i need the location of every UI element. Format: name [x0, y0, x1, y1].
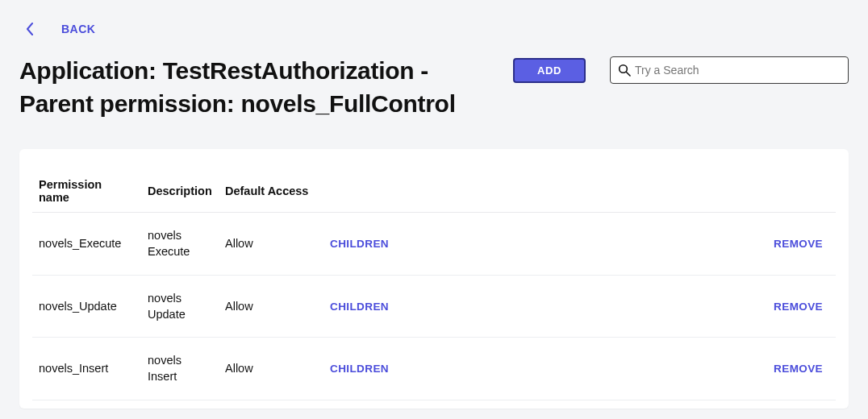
remove-button[interactable]: REMOVE	[774, 363, 823, 375]
col-header-remove	[763, 170, 836, 213]
permissions-card: Permission name Description Default Acce…	[19, 149, 849, 409]
header: Application: TestRestAuthorization - Par…	[19, 55, 849, 120]
table-row: novels_Execute novels Execute Allow CHIL…	[32, 213, 836, 276]
table-row: novels_Update novels Update Allow CHILDR…	[32, 275, 836, 338]
cell-access: Allow	[219, 213, 323, 276]
page-title: Application: TestRestAuthorization - Par…	[19, 55, 471, 120]
table-body: novels_Execute novels Execute Allow CHIL…	[32, 213, 836, 400]
col-header-children	[323, 170, 763, 213]
search-input[interactable]	[610, 56, 849, 84]
header-actions: ADD	[513, 55, 849, 84]
cell-access: Allow	[219, 275, 323, 338]
table-row: novels_Insert novels Insert Allow CHILDR…	[32, 338, 836, 400]
col-header-access: Default Access	[219, 170, 323, 213]
add-button[interactable]: ADD	[513, 58, 586, 83]
remove-button[interactable]: REMOVE	[774, 238, 823, 250]
back-button[interactable]: BACK	[61, 23, 95, 35]
col-header-name: Permission name	[32, 170, 141, 213]
cell-permission-name: novels_Insert	[32, 338, 141, 400]
cell-description: novels Execute	[141, 213, 219, 276]
back-nav: BACK	[19, 23, 849, 35]
permissions-table: Permission name Description Default Acce…	[32, 170, 836, 400]
cell-access: Allow	[219, 338, 323, 400]
remove-button[interactable]: REMOVE	[774, 301, 823, 313]
children-button[interactable]: CHILDREN	[330, 301, 389, 313]
page-root: BACK Application: TestRestAuthorization …	[0, 0, 868, 409]
cell-description: novels Update	[141, 275, 219, 338]
cell-permission-name: novels_Update	[32, 275, 141, 338]
search-wrap	[610, 56, 849, 84]
children-button[interactable]: CHILDREN	[330, 238, 389, 250]
cell-permission-name: novels_Execute	[32, 213, 141, 276]
cell-description: novels Insert	[141, 338, 219, 400]
children-button[interactable]: CHILDREN	[330, 363, 389, 375]
table-header: Permission name Description Default Acce…	[32, 170, 836, 213]
col-header-description: Description	[141, 170, 219, 213]
chevron-left-icon[interactable]	[26, 23, 34, 35]
